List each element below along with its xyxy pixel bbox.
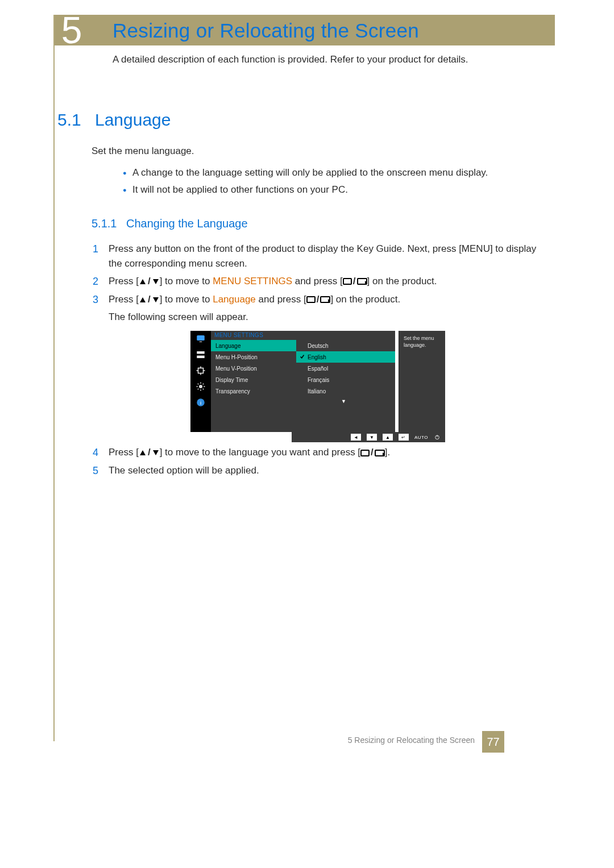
vertical-divider	[53, 15, 55, 741]
footer-page-box: 77	[482, 731, 504, 753]
step-number: 5	[93, 463, 109, 479]
step-number: 2	[93, 274, 109, 290]
svg-text:i: i	[200, 400, 201, 406]
svg-rect-3	[197, 356, 205, 359]
gear-icon	[190, 379, 211, 394]
menu-label: MENU	[462, 243, 490, 254]
osd-option: Français	[296, 374, 395, 385]
section-lead: Set the menu language.	[92, 146, 194, 157]
resize-icon	[190, 363, 211, 379]
up-down-icon: /	[139, 445, 160, 460]
osd-option: Italiano	[296, 385, 395, 397]
svg-rect-1	[200, 342, 202, 343]
language-link: Language	[213, 294, 256, 305]
note-list: ●A change to the language setting will o…	[132, 167, 488, 201]
enter-button-icon: ↵	[399, 434, 409, 441]
note-item: ●It will not be applied to other functio…	[132, 184, 488, 196]
up-down-icon: /	[139, 274, 160, 289]
step-number: 3	[93, 292, 109, 308]
page-number: 77	[487, 736, 499, 749]
osd-title: MENU SETTINGS	[214, 332, 263, 338]
steps-block-1: 1 Press any button on the front of the p…	[93, 242, 547, 325]
note-text: It will not be applied to other function…	[132, 184, 348, 195]
osd-window: i MENU SETTINGS Language Menu H-Position…	[190, 331, 395, 432]
osd-option: Español	[296, 363, 395, 374]
osd-button-bar: ◄ ▼ ▲ ↵ AUTO	[292, 432, 445, 442]
step-number: 4	[93, 445, 109, 461]
osd-menu-item: Menu H-Position	[211, 351, 296, 363]
osd-menu-list: Language Menu H-Position Menu V-Position…	[211, 340, 296, 397]
step-text: Press [/] to move to the language you wa…	[109, 445, 547, 460]
osd-menu-item: Transparency	[211, 385, 296, 397]
section-number: 5.1	[57, 110, 81, 130]
step-text: Press [/] to move to MENU SETTINGS and p…	[109, 274, 547, 289]
more-down-icon: ▼	[341, 398, 346, 404]
osd-screenshot: i MENU SETTINGS Language Menu H-Position…	[190, 331, 406, 432]
box-enter-icon: /	[343, 274, 367, 289]
osd-sidebar: i	[190, 331, 211, 432]
step-2: 2 Press [/] to move to MENU SETTINGS and…	[93, 274, 547, 290]
info-icon: i	[190, 394, 211, 410]
bullet-dot-icon: ●	[123, 186, 127, 193]
bullet-dot-icon: ●	[123, 169, 127, 176]
chapter-title: Resizing or Relocating the Screen	[113, 19, 419, 42]
step-text: The selected option will be applied.	[109, 463, 547, 478]
svg-point-5	[199, 385, 202, 388]
step-text: Press [/] to move to Language and press …	[109, 292, 547, 308]
osd-help-panel: Set the menu language.	[399, 331, 445, 432]
chapter-intro: A detailed description of each function …	[113, 54, 468, 65]
note-text: A change to the language setting will on…	[132, 167, 488, 178]
up-down-icon: /	[139, 292, 160, 307]
footer-chapter-title: 5 Resizing or Relocating the Screen	[348, 736, 475, 745]
step-text: Press any button on the front of the pro…	[109, 242, 547, 272]
subsection-number: 5.1.1	[92, 217, 117, 230]
note-item: ●A change to the language setting will o…	[132, 167, 488, 178]
section-title: Language	[95, 110, 171, 130]
menu-settings-link: MENU SETTINGS	[213, 276, 292, 286]
svg-rect-4	[198, 368, 204, 373]
back-button-icon: ◄	[351, 434, 361, 441]
subsection-title: Changing the Language	[126, 217, 248, 230]
chapter-number: 5	[61, 15, 80, 45]
step-5: 5 The selected option will be applied.	[93, 463, 547, 479]
checkmark-icon	[299, 354, 305, 359]
auto-label: AUTO	[414, 435, 428, 440]
chapter-number-box: 5	[55, 15, 86, 45]
step-3-followup: The following screen will appear.	[109, 310, 547, 325]
osd-menu-item: Language	[211, 340, 296, 351]
osd-option: Deutsch	[296, 340, 395, 351]
osd-option-list: Deutsch English Español Français Italian…	[296, 340, 395, 397]
box-enter-icon: /	[306, 292, 331, 307]
step-1: 1 Press any button on the front of the p…	[93, 242, 547, 272]
box-enter-icon: /	[360, 445, 385, 460]
steps-block-2: 4 Press [/] to move to the language you …	[93, 445, 547, 481]
down-button-icon: ▼	[367, 434, 377, 441]
osd-menu-item: Menu V-Position	[211, 363, 296, 374]
power-icon	[434, 434, 441, 441]
step-3: 3 Press [/] to move to Language and pres…	[93, 292, 547, 308]
svg-rect-0	[197, 335, 205, 340]
osd-option-selected: English	[296, 351, 395, 363]
step-number: 1	[93, 242, 109, 258]
picture-icon	[190, 347, 211, 363]
up-button-icon: ▲	[383, 434, 393, 441]
osd-menu-item: Display Time	[211, 374, 296, 385]
step-4: 4 Press [/] to move to the language you …	[93, 445, 547, 461]
svg-rect-2	[197, 351, 205, 354]
monitor-icon	[190, 331, 211, 347]
